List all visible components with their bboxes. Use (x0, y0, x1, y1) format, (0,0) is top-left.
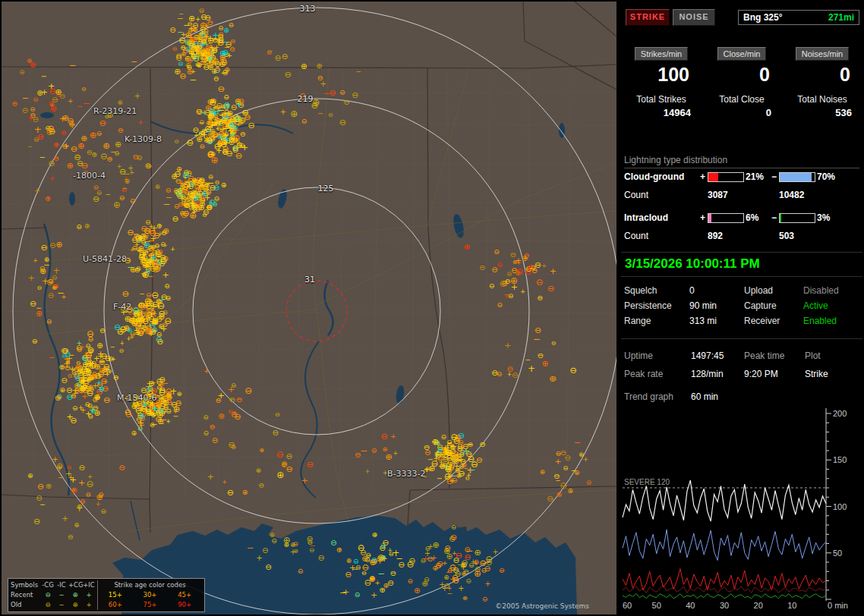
plot-label: Plot (805, 350, 821, 361)
close-rate-value: 0 (702, 64, 782, 86)
svg-text:30: 30 (720, 601, 729, 610)
strikes-rate-value: 100 (621, 64, 702, 86)
legend-age-header: Strike age color codes (97, 580, 202, 590)
cloud-ground-row: Cloud-ground + 21% − 70% (624, 171, 862, 183)
plus-sign: + (700, 212, 705, 223)
squelch-value: 0 (689, 285, 695, 296)
ic-minus-count: 503 (779, 231, 794, 241)
info-row: Peak rate 128/min 9:20 PM Strike (624, 369, 862, 379)
svg-text:50: 50 (833, 548, 842, 558)
persistence-value: 90 min (689, 300, 717, 311)
svg-text:40: 40 (686, 601, 695, 610)
divider (621, 252, 862, 253)
legend-symbol: + (82, 600, 96, 610)
upload-status: Disabled (803, 285, 839, 296)
bearing-distance: 271mi (828, 12, 854, 23)
plus-sign: + (700, 171, 705, 182)
divider (621, 276, 862, 277)
svg-text:150: 150 (833, 455, 847, 464)
trend-graph-row: Trend graph 60 min (624, 391, 862, 402)
legend-age-codes: 15+30+45+ (97, 590, 202, 600)
plot-value: Strike (805, 369, 828, 379)
svg-text:60: 60 (623, 601, 632, 610)
range-value: 313 mi (689, 316, 717, 326)
copyright-text: ©2005 Astrogenic Systems (495, 602, 589, 610)
cg-minus-bar (779, 172, 815, 182)
ic-minus-bar (779, 213, 815, 223)
upload-label: Upload (744, 285, 773, 296)
total-close-value: 0 (702, 107, 782, 118)
minus-sign: − (771, 212, 777, 223)
ic-count-row: Count 892 503 (624, 231, 862, 241)
legend-age-codes: 60+75+90+ (97, 600, 202, 610)
capture-status: Active (803, 300, 828, 311)
noises-per-min-button[interactable]: Noises/min (796, 47, 849, 61)
total-close-label: Total Close (702, 94, 782, 105)
peak-rate-value: 128/min (691, 369, 724, 379)
peak-rate-label: Peak rate (624, 369, 663, 379)
legend-col-header: +IC (82, 580, 96, 590)
close-column: Close/min 0 Total Close 0 (702, 47, 782, 118)
ic-plus-pct: 6% (746, 212, 758, 223)
intracloud-label: Intracloud (624, 212, 668, 223)
ring-distance-label: 31 (304, 275, 315, 284)
storm-cell-label: R-2319-21 (93, 106, 137, 116)
rate-columns: Strikes/min 100 Total Strikes 14964 Clos… (621, 47, 862, 118)
storm-cell-label: F-42 (113, 302, 131, 312)
info-row: Uptime 1497:45 Peak time Plot (624, 350, 862, 361)
range-label: Range (624, 316, 651, 326)
cg-count-row: Count 3087 10482 (624, 190, 862, 200)
count-label: Count (624, 190, 648, 200)
trend-window-value: 60 min (691, 391, 718, 402)
svg-text:200: 200 (833, 409, 847, 418)
bar-fill (708, 214, 711, 222)
total-strikes-label: Total Strikes (621, 94, 702, 105)
strikes-column: Strikes/min 100 Total Strikes 14964 (621, 47, 702, 118)
ic-minus-pct: 3% (817, 212, 830, 223)
legend-symbol: ⊕ (68, 600, 82, 610)
peak-time-value: 9:20 PM (744, 369, 778, 379)
storm-cell-label: K-1309-8 (125, 134, 162, 144)
bar-fill (780, 173, 812, 181)
strike-mode-button[interactable]: STRIKE (626, 9, 670, 26)
legend-symbol: ⊖ (41, 590, 55, 600)
nexstorm-app: ⊖⊖⊖⊕+⊖−−⊖⊕⊖⊕+⊖⊖−⊕⊖⊖⊖⊖⊖++⊕⊖⊕⊖⊖⊖⊖⊖⊖−+⊖⊕⊖⊖⊕… (0, 0, 864, 616)
legend-symbol: − (55, 590, 68, 600)
legend-symbol: ⊕ (68, 590, 82, 600)
bar-fill (708, 173, 718, 181)
control-panel: STRIKE NOISE Bng 325° 271mi Strikes/min … (621, 2, 862, 614)
total-strikes-value: 14964 (621, 107, 702, 118)
datetime-display: 3/15/2026 10:00:11 PM (625, 256, 760, 272)
noise-mode-button[interactable]: NOISE (673, 9, 715, 26)
ring-distance-label: 313 (300, 4, 316, 14)
close-per-min-button[interactable]: Close/min (717, 47, 767, 61)
strikes-per-min-button[interactable]: Strikes/min (635, 47, 688, 61)
legend-symbol: − (55, 600, 68, 610)
ring-distance-label: 219 (298, 94, 314, 104)
divider (621, 338, 862, 339)
ring-distance-label: 125 (318, 184, 334, 193)
strike-map[interactable]: ⊖⊖⊖⊕+⊖−−⊖⊕⊖⊕+⊖⊖−⊕⊖⊖⊖⊖⊖++⊕⊖⊕⊖⊖⊖⊖⊖⊖−+⊖⊕⊖⊖⊕… (2, 2, 616, 614)
storm-cell-label: U-5841-28 (83, 254, 127, 264)
cg-minus-pct: 70% (817, 171, 835, 182)
legend-symbol: ⊖ (41, 600, 55, 610)
ic-plus-bar (708, 213, 744, 223)
svg-text:20: 20 (754, 601, 763, 610)
cg-plus-pct: 21% (746, 171, 764, 182)
svg-text:0 min: 0 min (828, 601, 848, 610)
legend-col-header: +CG (68, 580, 82, 590)
count-label: Count (624, 231, 648, 241)
legend-col-header: -CG (41, 580, 55, 590)
svg-text:100: 100 (833, 502, 847, 511)
bearing-display: Bng 325° 271mi (738, 10, 859, 25)
storm-cell-label: B-3333-2 (387, 469, 425, 479)
ic-plus-count: 892 (708, 231, 723, 241)
settings-row: Squelch 0 Upload Disabled (624, 285, 862, 296)
persistence-label: Persistence (624, 300, 672, 311)
total-noises-value: 536 (782, 107, 862, 118)
mode-button-row: STRIKE NOISE Bng 325° 271mi (624, 9, 859, 26)
svg-text:50: 50 (652, 601, 661, 610)
bearing-label: Bng 325° (743, 12, 782, 23)
legend-row-label: Old (11, 600, 41, 610)
trend-graph: SEVERE 120501001502006050403020100 min (621, 405, 862, 614)
